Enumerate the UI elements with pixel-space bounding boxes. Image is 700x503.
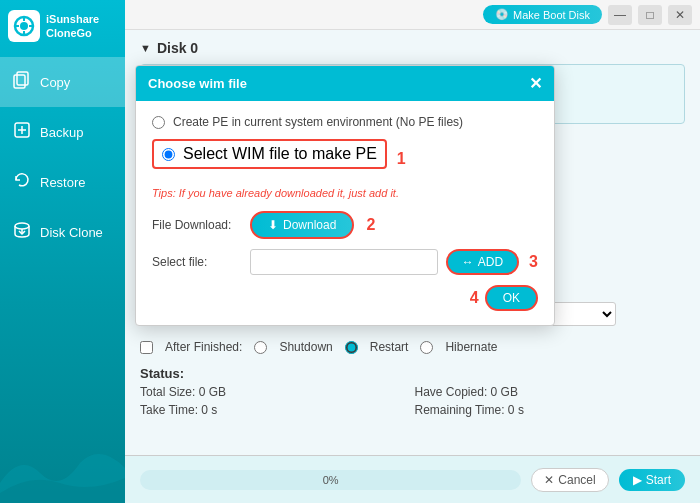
sidebar-item-disk-clone[interactable]: Disk Clone	[0, 207, 125, 257]
main-content: 💿 Make Boot Disk — □ ✕ ▼ Disk 0 Choose w…	[125, 0, 700, 503]
hibernate-radio[interactable]	[420, 341, 433, 354]
svg-point-1	[20, 22, 28, 30]
disk-header: ▼ Disk 0	[140, 40, 685, 56]
option1-radio[interactable]	[152, 116, 165, 129]
minimize-button[interactable]: —	[608, 5, 632, 25]
app-logo: iSunshare CloneGo	[0, 0, 125, 52]
ok-button[interactable]: OK	[485, 285, 538, 311]
total-size: Total Size: 0 GB	[140, 385, 411, 399]
file-download-label: File Download:	[152, 218, 242, 232]
select-file-row: Select file: ↔ ADD 3	[152, 249, 538, 275]
start-button[interactable]: ▶ Start	[619, 469, 685, 491]
option1-row: Create PE in current system environment …	[152, 115, 538, 129]
svg-rect-6	[14, 75, 25, 88]
number3-badge: 3	[529, 253, 538, 271]
take-time: Take Time: 0 s	[140, 403, 411, 417]
after-finished-label[interactable]: After Finished:	[165, 340, 242, 354]
disk-clone-icon	[12, 221, 32, 243]
option2-selected-box: Select WIM file to make PE	[152, 139, 387, 169]
sidebar-item-label-backup: Backup	[40, 125, 83, 140]
svg-rect-7	[17, 72, 28, 85]
shutdown-label[interactable]: Shutdown	[279, 340, 332, 354]
remaining-time: Remaining Time: 0 s	[415, 403, 686, 417]
make-boot-button[interactable]: 💿 Make Boot Disk	[483, 5, 602, 24]
dialog-close-button[interactable]: ✕	[529, 74, 542, 93]
sidebar-item-label-restore: Restore	[40, 175, 86, 190]
restart-label[interactable]: Restart	[370, 340, 409, 354]
cancel-button[interactable]: ✕ Cancel	[531, 468, 608, 492]
add-icon: ↔	[462, 255, 474, 269]
option1-label[interactable]: Create PE in current system environment …	[173, 115, 463, 129]
ok-row: 4 OK	[152, 285, 538, 311]
content-area: ▼ Disk 0 Choose wim file ✕ Create PE in …	[125, 30, 700, 455]
sidebar-decoration	[0, 423, 125, 503]
select-file-label: Select file:	[152, 255, 242, 269]
sidebar-nav: Copy Backup Restore	[0, 57, 125, 257]
choose-wim-dialog: Choose wim file ✕ Create PE in current s…	[135, 65, 555, 326]
app-name: iSunshare CloneGo	[46, 12, 99, 41]
close-button[interactable]: ✕	[668, 5, 692, 25]
tips-text: Tips: If you have already downloaded it,…	[152, 187, 538, 199]
file-download-row: File Download: ⬇ Download 2	[152, 211, 538, 239]
after-finished-checkbox[interactable]	[140, 341, 153, 354]
sidebar-item-copy[interactable]: Copy	[0, 57, 125, 107]
sidebar-item-label-disk-clone: Disk Clone	[40, 225, 103, 240]
status-section: Status: Total Size: 0 GB Have Copied: 0 …	[140, 360, 685, 423]
cancel-icon: ✕	[544, 473, 554, 487]
backup-icon	[12, 121, 32, 143]
copy-icon	[12, 71, 32, 93]
option2-radio[interactable]	[162, 148, 175, 161]
select-file-input[interactable]	[250, 249, 438, 275]
progress-text: 0%	[323, 474, 339, 486]
options-row: After Finished: Shutdown Restart Hiberna…	[140, 334, 685, 360]
titlebar: 💿 Make Boot Disk — □ ✕	[125, 0, 700, 30]
sidebar-item-backup[interactable]: Backup	[0, 107, 125, 157]
progress-bar-container: 0%	[140, 470, 521, 490]
download-button[interactable]: ⬇ Download	[250, 211, 354, 239]
sidebar-item-restore[interactable]: Restore	[0, 157, 125, 207]
hibernate-label[interactable]: Hibernate	[445, 340, 497, 354]
start-icon: ▶	[633, 473, 642, 487]
download-icon: ⬇	[268, 218, 278, 232]
restart-radio[interactable]	[345, 341, 358, 354]
status-grid: Total Size: 0 GB Have Copied: 0 GB Take …	[140, 385, 685, 417]
sidebar: iSunshare CloneGo Copy Backup	[0, 0, 125, 503]
maximize-button[interactable]: □	[638, 5, 662, 25]
restore-icon	[12, 171, 32, 193]
svg-point-11	[15, 223, 29, 229]
logo-icon	[8, 10, 40, 42]
footer: 0% ✕ Cancel ▶ Start	[125, 455, 700, 503]
have-copied: Have Copied: 0 GB	[415, 385, 686, 399]
sidebar-item-label-copy: Copy	[40, 75, 70, 90]
number1-badge: 1	[397, 150, 406, 168]
shutdown-radio[interactable]	[254, 341, 267, 354]
dialog-body: Create PE in current system environment …	[136, 101, 554, 325]
add-button[interactable]: ↔ ADD	[446, 249, 519, 275]
chevron-down-icon: ▼	[140, 42, 151, 54]
status-title: Status:	[140, 366, 685, 381]
dialog-titlebar: Choose wim file ✕	[136, 66, 554, 101]
boot-disk-icon: 💿	[495, 8, 509, 21]
number2-badge: 2	[366, 216, 375, 234]
dialog-title: Choose wim file	[148, 76, 247, 91]
option2-label[interactable]: Select WIM file to make PE	[183, 145, 377, 163]
number4-badge: 4	[470, 289, 479, 307]
